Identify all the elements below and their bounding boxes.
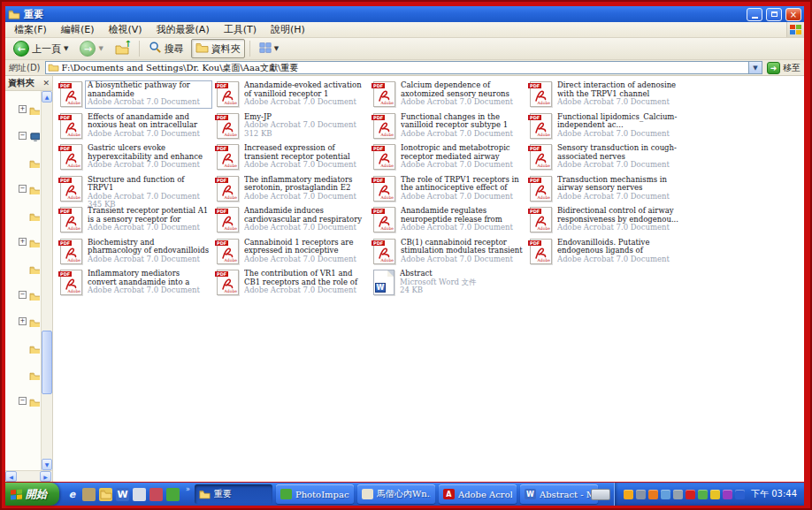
collapse-icon[interactable]: − xyxy=(19,132,27,140)
scroll-right-icon[interactable]: ▶ xyxy=(40,471,51,482)
address-input[interactable]: F:\Documents and Settings\Dr. Kou\桌面\Aaa… xyxy=(45,61,762,74)
tree-horizontal-scrollbar[interactable]: ◀ ▶ xyxy=(5,470,52,482)
tree-item[interactable] xyxy=(5,255,41,281)
task-button[interactable]: 重要 xyxy=(195,484,272,504)
menu-item-4[interactable]: 工具(T) xyxy=(217,22,264,37)
tree-item[interactable]: + xyxy=(5,308,41,334)
menu-item-1[interactable]: 編輯(E) xyxy=(54,22,102,37)
forward-button[interactable]: → ▼ xyxy=(75,38,107,59)
file-name: Direct interaction of adenosine with the… xyxy=(557,81,679,98)
scrollbar-thumb[interactable] xyxy=(42,331,52,394)
go-button[interactable]: ➜ 移至 xyxy=(767,62,801,74)
folder-icon[interactable] xyxy=(99,488,112,501)
update-icon[interactable] xyxy=(648,490,658,499)
dialer-icon[interactable] xyxy=(636,490,646,499)
tree-item[interactable]: + xyxy=(5,95,41,122)
security-shield-icon[interactable] xyxy=(624,490,633,499)
volume-icon[interactable] xyxy=(661,490,670,499)
file-item[interactable]: PDFAdobeTransient receptor potential A1 … xyxy=(58,206,215,238)
document-icon[interactable] xyxy=(133,488,146,501)
tree-item[interactable] xyxy=(5,361,41,387)
close-button[interactable]: × xyxy=(785,8,801,21)
menu-item-0[interactable]: 檔案(F) xyxy=(7,22,54,37)
tree-item[interactable]: − xyxy=(5,122,41,148)
file-item[interactable]: PDFAdobeInflammatory mediators convert a… xyxy=(58,269,215,301)
file-item[interactable]: PDFAdobeThe contribution of VR1 and CB1 … xyxy=(215,269,372,301)
file-item[interactable]: PDFAdobeEndovanilloids. Putative endogen… xyxy=(528,238,685,270)
task-button[interactable]: PhotoImpact -... xyxy=(276,484,354,504)
views-button[interactable]: ▼ xyxy=(255,39,283,59)
collapse-icon[interactable]: − xyxy=(19,291,27,299)
forward-dropdown-icon[interactable]: ▼ xyxy=(98,45,103,52)
file-item[interactable]: PDFAdobeEmy-JPAdobe Acrobat 7.0 Document… xyxy=(215,112,372,144)
up-button[interactable]: ↑ xyxy=(111,40,134,58)
file-item[interactable]: PDFAdobeIncreased expression of transien… xyxy=(215,143,372,175)
tree-vertical-scrollbar[interactable]: ▲ ▼ xyxy=(41,91,52,470)
scroll-left-icon[interactable]: ◀ xyxy=(5,471,17,482)
file-item[interactable]: WAbstractMicrosoft Word 文件24 KB xyxy=(372,269,528,301)
tree-item[interactable]: − xyxy=(5,281,41,308)
task-button[interactable]: WAbstract - Mic... xyxy=(520,484,598,504)
file-item[interactable]: PDFAdobeBidirectional control of airway … xyxy=(528,206,685,238)
file-item[interactable]: PDFAdobeThe inflammatory mediators serot… xyxy=(215,175,372,207)
word-icon[interactable]: W xyxy=(116,488,129,501)
grid-app-icon[interactable] xyxy=(149,488,163,501)
tree-item[interactable]: − xyxy=(5,387,41,414)
network-icon[interactable] xyxy=(673,490,683,499)
back-dropdown-icon[interactable]: ▼ xyxy=(64,45,68,52)
expand-icon[interactable]: + xyxy=(19,238,27,246)
file-item[interactable]: PDFAdobeEffects of anandamide and noxiou… xyxy=(58,112,215,144)
file-item[interactable]: PDFAdobeThe role of TRPV1 receptors in t… xyxy=(372,175,528,207)
file-item[interactable]: PDFAdobeStructure and function of TRPV1A… xyxy=(58,175,215,207)
expand-icon[interactable]: + xyxy=(19,105,27,113)
menu-item-3[interactable]: 我的最愛(A) xyxy=(149,22,217,37)
menu-item-2[interactable]: 檢視(V) xyxy=(101,22,149,37)
minimize-button[interactable] xyxy=(747,8,762,21)
collapse-icon[interactable]: − xyxy=(19,397,27,405)
tree-item[interactable]: − xyxy=(5,175,41,202)
tree-item[interactable] xyxy=(5,202,41,228)
tree-item[interactable] xyxy=(5,334,41,361)
photoimpact-icon[interactable] xyxy=(166,488,180,501)
views-dropdown-icon[interactable]: ▼ xyxy=(274,45,279,52)
collapse-icon[interactable]: − xyxy=(19,185,27,193)
menu-item-5[interactable]: 說明(H) xyxy=(264,22,312,37)
task-button[interactable]: AAdobe Acroba... xyxy=(439,484,517,504)
file-item[interactable]: PDFAdobeA biosynthetic pathway for anand… xyxy=(58,80,215,112)
file-item[interactable]: PDFAdobeGastric ulcers evoke hyperexcita… xyxy=(58,143,215,175)
antivirus-icon[interactable] xyxy=(686,490,695,499)
scroll-up-icon[interactable]: ▲ xyxy=(42,91,52,103)
task-button[interactable]: 馬偕心內Wn... xyxy=(357,484,435,504)
ie-icon[interactable]: e xyxy=(65,488,79,501)
file-item[interactable]: PDFAdobeFunctional changes in the vanill… xyxy=(372,112,528,144)
file-item[interactable]: PDFAdobeBiochemistry and pharmacology of… xyxy=(58,238,215,270)
file-item[interactable]: PDFAdobeAnandamide-evoked activation of … xyxy=(215,80,372,112)
file-item[interactable]: PDFAdobeCannabinoid 1 receptors are expr… xyxy=(215,238,372,270)
file-item[interactable]: PDFAdobeAnandamide induces cardiovascula… xyxy=(215,206,372,238)
language-bar-icon[interactable] xyxy=(591,489,610,500)
folders-button[interactable]: 資料夾 xyxy=(191,39,245,58)
scroll-down-icon[interactable]: ▼ xyxy=(42,459,52,470)
expand-icon[interactable]: + xyxy=(19,317,27,325)
file-item[interactable]: PDFAdobeAnandamide regulates neuropeptid… xyxy=(372,206,528,238)
tree-item[interactable]: + xyxy=(5,228,41,255)
msn-icon[interactable] xyxy=(735,490,745,499)
file-item[interactable]: PDFAdobeFunctional lipidomics_Calcium-in… xyxy=(528,112,685,144)
meter-icon[interactable] xyxy=(710,490,720,499)
start-button[interactable]: 開始 xyxy=(5,483,59,506)
address-dropdown-icon[interactable]: ▼ xyxy=(748,62,762,73)
folders-pane-close-icon[interactable]: ✕ xyxy=(42,79,50,88)
back-button[interactable]: ← 上一頁 ▼ xyxy=(9,38,73,59)
file-item[interactable]: PDFAdobeCB(1) cannabinoid receptor stimu… xyxy=(372,238,528,270)
tree-item[interactable] xyxy=(5,148,41,175)
search-button[interactable]: 搜尋 xyxy=(144,38,188,59)
file-item[interactable]: PDFAdobeDirect interaction of adenosine … xyxy=(528,80,685,112)
restore-button[interactable] xyxy=(766,8,782,21)
ribbon-icon[interactable] xyxy=(723,490,732,499)
file-item[interactable]: PDFAdobeTransduction mechanisms in airwa… xyxy=(528,175,685,207)
messenger-buddy-icon[interactable] xyxy=(698,490,708,499)
file-item[interactable]: PDFAdobeIonotropic and metabotropic rece… xyxy=(372,143,528,175)
file-item[interactable]: PDFAdobeSensory transduction in cough-as… xyxy=(528,143,685,175)
show-desktop-icon[interactable] xyxy=(82,488,96,501)
file-item[interactable]: PDFAdobeCalcium dependence of axotomized… xyxy=(372,80,528,112)
